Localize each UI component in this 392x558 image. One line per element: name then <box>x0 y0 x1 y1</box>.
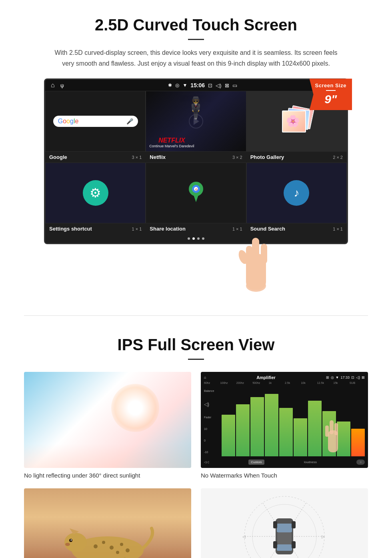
netflix-figure: 🕴 <box>181 95 211 124</box>
svg-text:G: G <box>195 188 198 191</box>
gallery-app-size: 2 × 2 <box>333 155 343 160</box>
share-bg: G <box>146 163 246 223</box>
eq-bar-6 <box>294 418 307 457</box>
badge-size: 9" <box>315 92 347 106</box>
netflix-app-name: Netflix <box>150 154 166 160</box>
google-label-cell: Google 3 × 1 <box>45 152 146 163</box>
status-time: 15:06 <box>190 82 205 88</box>
svg-point-21 <box>126 548 130 552</box>
netflix-bg: 🕴 NETFLIX Continue Marvel's Daredevil <box>146 91 246 151</box>
sound-label-cell: Sound Search 1 × 1 <box>246 223 347 234</box>
gallery-app-name: Photo Gallery <box>250 154 284 160</box>
loudness-toggle[interactable]: ○ <box>356 460 365 465</box>
screen-size-badge: Screen Size 9" <box>310 78 352 110</box>
section-divider <box>24 315 368 316</box>
amp-main: Balance ◁) Fader 10 0 -10 <box>204 385 365 458</box>
eq-labels: 60hz 100hz 200hz 500hz 1k 2.5k 10k 12.5k… <box>204 381 365 384</box>
music-icon-circle: ♪ <box>284 180 309 206</box>
mic-icon: 🎤 <box>126 118 133 124</box>
status-left: ⌂ ψ <box>51 82 64 89</box>
svg-rect-8 <box>261 244 267 264</box>
svg-rect-45 <box>273 541 277 548</box>
svg-point-17 <box>94 544 98 548</box>
svg-text:◁: ◁ <box>242 534 246 539</box>
feature-sunlight: No light reflecting under 360° direct su… <box>24 372 191 479</box>
eq-bar-7 <box>308 401 322 456</box>
dot-4 <box>202 237 204 240</box>
status-center: ✱ ◎ ▼ 15:06 ⊡ ◁) ⊠ ▭ <box>168 82 237 88</box>
dot-1 <box>188 237 190 240</box>
badge-line <box>326 90 336 91</box>
car-image: ◁ ▷ <box>201 488 368 558</box>
amp-status: ⊞ ◎ ▼ 17:33 ⊡ ◁) ⊠ <box>326 375 365 379</box>
share-cell-inner: G <box>146 163 246 223</box>
loudness-label: loudness <box>304 460 317 464</box>
sound-search-cell[interactable]: ♪ <box>246 163 347 223</box>
google-bg: Google 🎤 <box>46 91 145 151</box>
google-search-bar[interactable]: Google 🎤 <box>53 116 138 127</box>
svg-rect-6 <box>246 254 266 290</box>
svg-rect-9 <box>246 246 252 265</box>
app-label-row-top: Google 3 × 1 Netflix 3 × 2 Photo Gallery… <box>45 152 347 163</box>
svg-rect-43 <box>273 521 277 528</box>
svg-point-31 <box>65 543 70 546</box>
settings-cell[interactable]: ⚙ <box>45 163 146 223</box>
wifi-icon: ▼ <box>182 82 187 88</box>
sunlight-image <box>24 372 191 468</box>
app-grid-bottom: ⚙ <box>45 163 347 223</box>
svg-text:▷: ▷ <box>322 534 325 539</box>
custom-button[interactable]: Custom <box>248 460 264 465</box>
sky-bg <box>24 372 191 468</box>
amp-labels: Balance ◁) Fader 10 0 -10 <box>204 385 220 458</box>
svg-marker-3 <box>193 193 199 202</box>
settings-label-cell: Settings shortcut 1 × 1 <box>45 223 146 234</box>
share-location-cell[interactable]: G <box>146 163 246 223</box>
sound-bg: ♪ <box>247 163 346 223</box>
svg-rect-14 <box>325 426 329 437</box>
amp-home-icon: ⌂ <box>204 375 206 379</box>
music-note-icon: ♪ <box>294 187 299 199</box>
location-icon: ◎ <box>175 82 179 88</box>
amp-back-icon: ◁◁ <box>204 460 209 464</box>
svg-point-5 <box>246 280 266 292</box>
eq-bar-10 <box>351 429 365 457</box>
dot-2 <box>192 237 195 240</box>
share-app-name: Share location <box>150 226 186 232</box>
google-cell[interactable]: Google 🎤 <box>45 91 146 152</box>
google-logo: Google <box>58 118 79 125</box>
status-bar: ⌂ ψ ✱ ◎ ▼ 15:06 ⊡ ◁) ⊠ ▭ <box>45 80 347 91</box>
svg-rect-42 <box>277 544 292 551</box>
settings-app-size: 1 × 1 <box>132 227 142 231</box>
eq-bar-1 <box>222 415 235 456</box>
netflix-subtitle: Continue Marvel's Daredevil <box>149 144 194 148</box>
svg-point-19 <box>110 546 114 550</box>
svg-rect-44 <box>292 521 296 528</box>
home-icon[interactable]: ⌂ <box>51 82 55 89</box>
google-app-name: Google <box>49 154 67 160</box>
netflix-cell[interactable]: 🕴 NETFLIX Continue Marvel's Daredevil <box>146 91 246 152</box>
netflix-label-cell: Netflix 3 × 2 <box>146 152 246 163</box>
window-icon: ▭ <box>232 82 237 88</box>
sound-app-size: 1 × 1 <box>333 227 343 231</box>
google-app-size: 3 × 1 <box>132 155 142 160</box>
cheetah-svg <box>44 512 172 558</box>
section-curved-screen: 2.5D Curved Touch Screen With 2.5D curve… <box>0 0 392 303</box>
feature-amplifier: ⌂ Amplifier ⊞ ◎ ▼ 17:33 ⊡ ◁) ⊠ <box>201 372 368 479</box>
section2-title: IPS Full Screen View <box>24 336 368 354</box>
svg-rect-41 <box>277 524 292 532</box>
svg-point-20 <box>120 543 123 546</box>
badge-label: Screen Size <box>315 82 347 88</box>
netflix-app-size: 3 × 2 <box>232 155 242 160</box>
svg-rect-13 <box>334 423 338 435</box>
share-app-size: 1 × 1 <box>232 227 242 231</box>
cheetah-bg <box>24 488 191 558</box>
gallery-label-cell: Photo Gallery 2 × 2 <box>246 152 347 163</box>
amp-hand-svg <box>320 414 344 454</box>
svg-rect-47 <box>277 532 292 544</box>
settings-app-name: Settings shortcut <box>49 226 92 232</box>
google-cell-inner: Google 🎤 <box>46 91 145 151</box>
settings-cell-inner: ⚙ <box>46 163 145 223</box>
share-label-cell: Share location 1 × 1 <box>146 223 246 234</box>
sun-glow <box>111 384 159 432</box>
section1-description: With 2.5D curved-display screen, this de… <box>52 47 340 69</box>
